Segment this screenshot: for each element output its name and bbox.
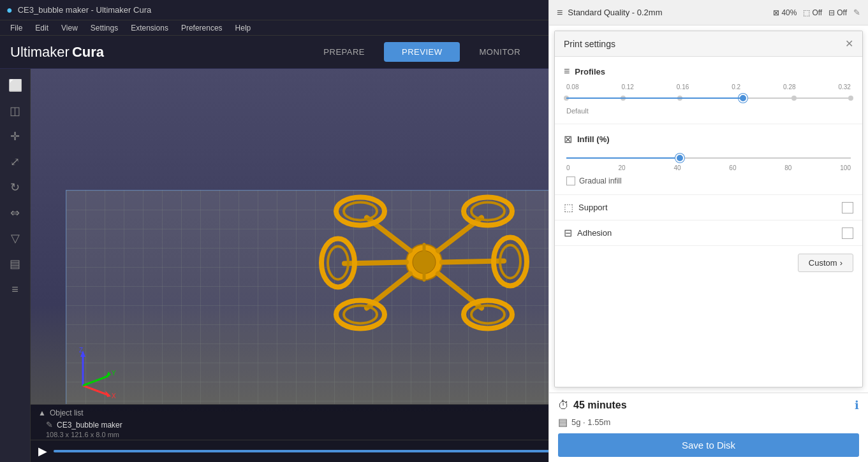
drone-model <box>290 147 558 351</box>
infill-slider-container: 0 20 40 60 80 100 Gradual infill <box>564 152 853 185</box>
tool-paint[interactable]: ▤ <box>4 252 27 275</box>
support-value: Off <box>812 8 822 17</box>
support-label: Support <box>578 203 608 212</box>
quality-icon: ≡ <box>557 7 563 18</box>
menu-preferences[interactable]: Preferences <box>176 22 228 34</box>
menu-edit[interactable]: Edit <box>30 22 54 34</box>
infill-thumb[interactable] <box>675 154 684 162</box>
profile-tick-4 <box>791 96 797 101</box>
app-content: ⬜ ◫ ✛ ⤢ ↻ ⇔ ▽ ▤ ≡ View type Layer view ‹… <box>0 69 868 462</box>
svg-line-25 <box>83 376 108 386</box>
tool-support[interactable]: ▽ <box>4 227 27 250</box>
svg-text:Z: Z <box>79 347 83 354</box>
tool-seam[interactable]: ≡ <box>4 278 27 301</box>
time-left: ⏱ 45 minutes <box>558 399 627 412</box>
save-to-disk-button[interactable]: Save to Disk <box>558 433 859 457</box>
tab-preview[interactable]: PREVIEW <box>384 42 460 62</box>
custom-btn-row: Custom › <box>555 246 862 280</box>
adhesion-control: ⊟ Off <box>828 8 847 17</box>
support-left: ⬚ Support <box>564 201 608 213</box>
tool-scale[interactable]: ⤢ <box>4 150 27 173</box>
infill-title: Infill (%) <box>577 134 610 144</box>
adhesion-left: ⊟ Adhesion <box>564 227 612 239</box>
clock-icon: ⏱ <box>558 399 570 412</box>
adhesion-icon: ⊟ <box>828 8 835 17</box>
logo-ultimaker: Ultimaker <box>10 44 70 61</box>
infill-icon: ⊠ <box>564 133 572 145</box>
support-checkbox[interactable] <box>842 202 853 213</box>
menu-file[interactable]: File <box>5 22 27 34</box>
quality-text: Standard Quality - 0.2mm <box>568 8 768 17</box>
gradual-infill-label: Gradual infill <box>579 177 622 185</box>
profile-tick-labels: 0.08 0.12 0.16 0.2 0.28 0.32 <box>566 83 851 90</box>
svg-line-23 <box>83 386 108 395</box>
print-settings-header: Print settings ✕ <box>555 31 862 57</box>
svg-text:X: X <box>112 393 116 398</box>
custom-chevron-icon: › <box>840 258 842 268</box>
right-sidebar: ≡ Standard Quality - 0.2mm ⊠ 40% ⬚ Off ⊟… <box>548 0 868 462</box>
profiles-slider-container: 0.08 0.12 0.16 0.2 0.28 0.32 <box>564 83 853 115</box>
infill-track-filled <box>566 157 680 159</box>
profiles-title: Profiles <box>575 67 605 76</box>
tool-rotate[interactable]: ↻ <box>4 176 27 199</box>
menu-help[interactable]: Help <box>230 22 256 34</box>
menu-settings[interactable]: Settings <box>85 22 123 34</box>
support-row: ⬚ Support <box>555 195 862 220</box>
play-button[interactable]: ▶ <box>38 444 47 458</box>
support-icon: ⬚ <box>564 201 573 213</box>
profile-track-filled <box>566 97 743 99</box>
menu-extensions[interactable]: Extensions <box>126 22 173 34</box>
infill-slider-track[interactable] <box>566 152 851 164</box>
material-icon: ▤ <box>558 416 568 428</box>
infill-section: ⊠ Infill (%) 0 20 40 60 80 1 <box>555 124 862 195</box>
app-icon: ● <box>6 4 13 16</box>
object-name: CE3_bubble maker <box>57 421 122 430</box>
tab-prepare[interactable]: PREPARE <box>305 42 383 62</box>
print-settings-close[interactable]: ✕ <box>845 38 853 50</box>
quality-bar: ≡ Standard Quality - 0.2mm ⊠ 40% ⬚ Off ⊟… <box>549 0 868 25</box>
menu-view[interactable]: View <box>56 22 83 34</box>
object-edit-icon[interactable]: ✎ <box>46 420 53 430</box>
info-icon[interactable]: ℹ <box>855 398 859 412</box>
app-logo: Ultimaker Cura <box>10 44 104 61</box>
profile-slider-track[interactable] <box>566 92 851 105</box>
custom-button[interactable]: Custom › <box>798 254 853 272</box>
tool-move[interactable]: ✛ <box>4 125 27 148</box>
svg-point-9 <box>344 202 377 220</box>
gradual-infill-row: Gradual infill <box>566 177 851 185</box>
title-bar-left: ● CE3_bubble maker - Ultimaker Cura <box>6 4 151 16</box>
profiles-icon: ≡ <box>564 66 570 77</box>
gradual-infill-checkbox[interactable] <box>566 177 575 185</box>
left-toolbar: ⬜ ◫ ✛ ⤢ ↻ ⇔ ▽ ▤ ≡ <box>0 69 31 462</box>
infill-control: ⊠ 40% <box>773 8 797 17</box>
infill-tick-labels: 0 20 40 60 80 100 <box>566 164 851 171</box>
tool-mirror[interactable]: ⇔ <box>4 201 27 224</box>
adhesion-row: ⊟ Adhesion <box>555 220 862 246</box>
svg-point-13 <box>344 305 377 323</box>
print-settings-title: Print settings <box>564 39 615 49</box>
infill-header: ⊠ Infill (%) <box>564 133 853 145</box>
profiles-header: ≡ Profiles <box>564 66 853 77</box>
tab-monitor[interactable]: MONITOR <box>461 42 538 62</box>
adhesion-checkbox[interactable] <box>842 227 853 239</box>
adhesion-value: Off <box>837 8 847 17</box>
svg-text:Y: Y <box>112 370 116 377</box>
nav-tabs: PREPARE PREVIEW MONITOR <box>305 42 538 62</box>
time-value: 45 minutes <box>573 400 627 411</box>
quality-edit-icon[interactable]: ✎ <box>853 8 860 17</box>
axis-indicator: Z X Y <box>70 347 121 398</box>
support-icon: ⬚ <box>803 8 810 17</box>
material-row: ▤ 5g · 1.55m <box>558 416 859 428</box>
infill-icon: ⊠ <box>773 8 779 17</box>
collapse-icon[interactable]: ▲ <box>38 408 46 417</box>
logo-cura: Cura <box>72 44 104 61</box>
print-settings-panel: Print settings ✕ ≡ Profiles 0.08 0.12 0.… <box>554 31 863 387</box>
object-list-title: Object list <box>50 408 84 417</box>
svg-point-15 <box>471 305 504 323</box>
window-title: CE3_bubble maker - Ultimaker Cura <box>18 5 152 15</box>
tool-cube[interactable]: ⬜ <box>4 74 27 97</box>
tool-layers[interactable]: ◫ <box>4 99 27 122</box>
bottom-info-bar: ⏱ 45 minutes ℹ ▤ 5g · 1.55m Save to Disk <box>549 393 868 462</box>
material-value: 5g · 1.55m <box>571 417 610 427</box>
infill-value: 40% <box>781 8 797 17</box>
